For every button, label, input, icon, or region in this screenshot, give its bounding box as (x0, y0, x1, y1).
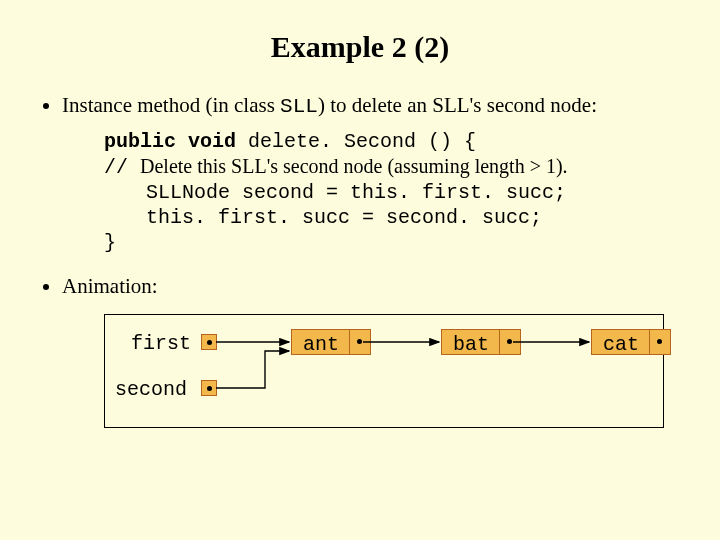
bullet2-text: Animation: (62, 274, 158, 298)
bullet-instance-method: Instance method (in class SLL) to delete… (62, 92, 680, 255)
code-comment: Delete this SLL's second node (assuming … (140, 155, 568, 177)
code-line-2: // Delete this SLL's second node (assumi… (104, 154, 680, 180)
code-block: public void delete. Second () { // Delet… (104, 128, 680, 255)
code-line-1: public void delete. Second () { (104, 128, 680, 154)
code-l4-text: this. first. succ = second. succ; (146, 206, 542, 229)
pointer-box-first (201, 334, 217, 350)
code-line-4: this. first. succ = second. succ; (104, 205, 680, 230)
bullet-list: Instance method (in class SLL) to delete… (40, 92, 680, 428)
node-cat: cat (591, 329, 671, 355)
node-cat-label: cat (592, 332, 650, 357)
slide-title: Example 2 (2) (40, 30, 680, 64)
animation-diagram: first second ant bat cat (104, 314, 664, 428)
node-cat-succ (649, 330, 670, 354)
pointer-box-second (201, 380, 217, 396)
node-ant-succ (349, 330, 370, 354)
bullet1-text-post: ) to delete an SLL's second node: (318, 93, 597, 117)
label-first: first (115, 331, 191, 356)
node-ant-label: ant (292, 332, 350, 357)
node-bat-succ (499, 330, 520, 354)
code-keywords: public void (104, 130, 236, 153)
code-l3-text: SLLNode second = this. first. succ; (146, 181, 566, 204)
code-line-5: } (104, 230, 680, 255)
node-bat-label: bat (442, 332, 500, 357)
bullet-animation: Animation: first second ant bat cat (62, 273, 680, 427)
label-second: second (111, 377, 187, 402)
code-line-3: SLLNode second = this. first. succ; (104, 180, 680, 205)
node-bat: bat (441, 329, 521, 355)
comment-slashes: // (104, 156, 140, 179)
bullet1-code: SLL (280, 95, 318, 118)
node-ant: ant (291, 329, 371, 355)
code-sig-rest: delete. Second () { (236, 130, 476, 153)
bullet1-text-pre: Instance method (in class (62, 93, 280, 117)
